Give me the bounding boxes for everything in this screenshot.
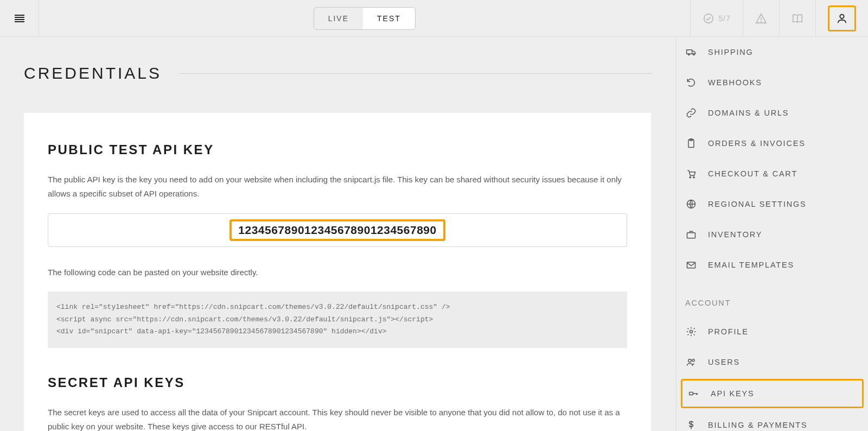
user-icon xyxy=(836,12,848,24)
undo-icon xyxy=(685,77,697,88)
main-content: CREDENTIALS PUBLIC TEST API KEY The publ… xyxy=(0,37,676,431)
page-title: CREDENTIALS xyxy=(24,64,162,83)
sidebar-item-checkout[interactable]: CHECKOUT & CART xyxy=(676,159,868,189)
sidebar-item-label: INVENTORY xyxy=(708,230,762,239)
paste-note: The following code can be pasted on your… xyxy=(48,265,627,280)
topbar-right: 5/7 xyxy=(690,0,868,36)
status-counter[interactable]: 5/7 xyxy=(690,0,743,36)
sidebar-item-billing[interactable]: BILLING & PAYMENTS xyxy=(676,410,868,431)
sidebar-item-label: PROFILE xyxy=(708,327,749,336)
page-heading: CREDENTIALS xyxy=(24,64,652,83)
topbar: LIVE TEST 5/7 xyxy=(0,0,868,37)
svg-point-8 xyxy=(840,14,844,18)
svg-point-21 xyxy=(692,359,694,362)
secret-key-heading: SECRET API KEYS xyxy=(48,375,627,390)
check-circle-icon xyxy=(703,12,714,24)
svg-point-15 xyxy=(693,177,694,178)
users-icon xyxy=(685,356,697,368)
credentials-card: PUBLIC TEST API KEY The public API key i… xyxy=(24,113,651,431)
heading-rule xyxy=(179,73,652,74)
globe-icon xyxy=(685,198,697,210)
hamburger-icon xyxy=(13,12,26,25)
svg-rect-18 xyxy=(687,262,695,268)
svg-rect-17 xyxy=(687,233,695,238)
sidebar-item-label: DOMAINS & URLS xyxy=(708,109,789,117)
svg-point-11 xyxy=(693,54,695,55)
key-icon xyxy=(688,388,700,400)
sidebar-item-domains[interactable]: DOMAINS & URLS xyxy=(676,98,868,128)
svg-point-6 xyxy=(761,21,762,22)
mail-icon xyxy=(685,259,697,271)
sidebar: SHIPPING WEBHOOKS DOMAINS & URLS ORDERS … xyxy=(676,37,868,431)
public-key-heading: PUBLIC TEST API KEY xyxy=(48,142,627,157)
sidebar-item-inventory[interactable]: INVENTORY xyxy=(676,219,868,250)
sidebar-item-label: WEBHOOKS xyxy=(708,78,762,87)
code-snippet[interactable]: <link rel="stylesheet" href="https://cdn… xyxy=(48,291,627,348)
public-key-box[interactable]: 123456789012345678901234567890 xyxy=(48,213,627,247)
truck-icon xyxy=(685,46,697,58)
sidebar-item-label: BILLING & PAYMENTS xyxy=(708,421,807,429)
sidebar-item-label: SHIPPING xyxy=(708,48,754,56)
sidebar-item-label: USERS xyxy=(708,358,740,366)
sidebar-item-users[interactable]: USERS xyxy=(676,347,868,377)
public-key-description: The public API key is the key you need t… xyxy=(48,173,627,201)
menu-button[interactable] xyxy=(0,0,39,36)
alert-triangle-icon xyxy=(755,12,767,24)
svg-point-20 xyxy=(688,359,691,362)
public-key-value: 123456789012345678901234567890 xyxy=(229,219,445,241)
svg-point-10 xyxy=(688,54,690,55)
clipboard-icon xyxy=(685,137,697,149)
sidebar-item-webhooks[interactable]: WEBHOOKS xyxy=(676,67,868,98)
user-menu[interactable] xyxy=(815,0,868,36)
sidebar-item-label: REGIONAL SETTINGS xyxy=(708,200,807,208)
cart-icon xyxy=(685,168,697,180)
sidebar-section-account: ACCOUNT xyxy=(676,280,868,316)
svg-point-4 xyxy=(704,14,713,23)
sidebar-item-profile[interactable]: PROFILE xyxy=(676,316,868,347)
secret-key-description: The secret keys are used to access all t… xyxy=(48,405,627,431)
alerts-button[interactable] xyxy=(743,0,779,36)
counter-text: 5/7 xyxy=(719,14,731,23)
env-toggle: LIVE TEST xyxy=(314,7,416,30)
svg-rect-22 xyxy=(690,392,693,395)
sidebar-item-label: API KEYS xyxy=(711,389,755,398)
sidebar-item-label: ORDERS & INVOICES xyxy=(708,139,806,148)
sidebar-item-regional[interactable]: REGIONAL SETTINGS xyxy=(676,189,868,219)
book-icon xyxy=(792,12,803,24)
briefcase-icon xyxy=(685,229,697,240)
svg-point-14 xyxy=(690,177,691,178)
sidebar-section-label: ACCOUNT xyxy=(685,299,731,307)
dollar-icon xyxy=(685,419,697,431)
sidebar-item-email[interactable]: EMAIL TEMPLATES xyxy=(676,250,868,280)
sidebar-item-label: EMAIL TEMPLATES xyxy=(708,261,794,269)
sidebar-item-api-keys[interactable]: API KEYS xyxy=(681,379,864,408)
docs-button[interactable] xyxy=(779,0,815,36)
sidebar-item-label: CHECKOUT & CART xyxy=(708,169,797,178)
link-icon xyxy=(685,107,697,119)
env-toggle-container: LIVE TEST xyxy=(39,0,690,36)
svg-rect-9 xyxy=(687,50,692,54)
gear-icon xyxy=(685,326,697,338)
sidebar-item-orders[interactable]: ORDERS & INVOICES xyxy=(676,128,868,159)
svg-point-19 xyxy=(690,331,693,333)
env-test-button[interactable]: TEST xyxy=(363,8,415,29)
env-live-button[interactable]: LIVE xyxy=(314,8,363,29)
sidebar-item-shipping[interactable]: SHIPPING xyxy=(676,37,868,67)
